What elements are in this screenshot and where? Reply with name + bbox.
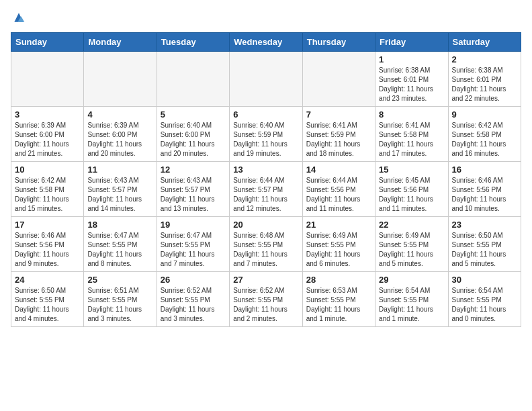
- day-info: Sunrise: 6:43 AM Sunset: 5:57 PM Dayligh…: [87, 176, 152, 214]
- day-cell: 11Sunrise: 6:43 AM Sunset: 5:57 PM Dayli…: [84, 162, 157, 217]
- day-cell: [84, 52, 157, 107]
- day-cell: 13Sunrise: 6:44 AM Sunset: 5:57 PM Dayli…: [230, 162, 302, 217]
- day-cell: 6Sunrise: 6:40 AM Sunset: 5:59 PM Daylig…: [230, 107, 302, 162]
- day-info: Sunrise: 6:50 AM Sunset: 5:55 PM Dayligh…: [15, 286, 80, 324]
- day-cell: 5Sunrise: 6:40 AM Sunset: 6:00 PM Daylig…: [157, 107, 229, 162]
- day-number: 27: [233, 275, 298, 285]
- day-info: Sunrise: 6:53 AM Sunset: 5:55 PM Dayligh…: [306, 286, 371, 324]
- day-info: Sunrise: 6:44 AM Sunset: 5:56 PM Dayligh…: [306, 176, 371, 214]
- day-info: Sunrise: 6:48 AM Sunset: 5:55 PM Dayligh…: [233, 231, 298, 269]
- day-number: 28: [306, 275, 371, 285]
- day-info: Sunrise: 6:43 AM Sunset: 5:57 PM Dayligh…: [161, 176, 226, 214]
- day-cell: 14Sunrise: 6:44 AM Sunset: 5:56 PM Dayli…: [302, 162, 375, 217]
- day-info: Sunrise: 6:54 AM Sunset: 5:55 PM Dayligh…: [452, 286, 517, 324]
- header-cell-tuesday: Tuesday: [157, 33, 229, 52]
- day-number: 7: [306, 109, 371, 120]
- day-cell: 12Sunrise: 6:43 AM Sunset: 5:57 PM Dayli…: [157, 162, 229, 217]
- day-number: 1: [379, 54, 444, 64]
- day-cell: 26Sunrise: 6:52 AM Sunset: 5:55 PM Dayli…: [157, 272, 229, 327]
- day-info: Sunrise: 6:41 AM Sunset: 5:59 PM Dayligh…: [306, 121, 371, 158]
- day-number: 8: [379, 109, 444, 120]
- calendar-header: SundayMondayTuesdayWednesdayThursdayFrid…: [11, 33, 521, 52]
- day-number: 26: [161, 275, 226, 285]
- day-cell: 27Sunrise: 6:52 AM Sunset: 5:55 PM Dayli…: [230, 272, 302, 327]
- day-cell: 21Sunrise: 6:49 AM Sunset: 5:55 PM Dayli…: [302, 217, 375, 272]
- day-info: Sunrise: 6:40 AM Sunset: 5:59 PM Dayligh…: [233, 121, 298, 158]
- day-info: Sunrise: 6:51 AM Sunset: 5:55 PM Dayligh…: [87, 286, 152, 324]
- day-cell: 16Sunrise: 6:46 AM Sunset: 5:56 PM Dayli…: [448, 162, 521, 217]
- day-cell: 9Sunrise: 6:42 AM Sunset: 5:58 PM Daylig…: [448, 107, 521, 162]
- header-cell-thursday: Thursday: [302, 33, 375, 52]
- day-cell: 2Sunrise: 6:38 AM Sunset: 6:01 PM Daylig…: [448, 52, 521, 107]
- day-cell: [11, 52, 84, 107]
- day-info: Sunrise: 6:41 AM Sunset: 5:58 PM Dayligh…: [379, 121, 444, 158]
- day-info: Sunrise: 6:49 AM Sunset: 5:55 PM Dayligh…: [306, 231, 371, 269]
- day-info: Sunrise: 6:47 AM Sunset: 5:55 PM Dayligh…: [87, 231, 152, 269]
- day-info: Sunrise: 6:40 AM Sunset: 6:00 PM Dayligh…: [161, 121, 226, 158]
- day-number: 3: [15, 109, 80, 120]
- page-header: [11, 11, 521, 24]
- day-number: 11: [87, 165, 152, 175]
- day-number: 25: [87, 275, 152, 285]
- day-cell: 3Sunrise: 6:39 AM Sunset: 6:00 PM Daylig…: [11, 107, 84, 162]
- header-cell-saturday: Saturday: [448, 33, 521, 52]
- logo-icon: [12, 11, 26, 24]
- day-number: 19: [161, 220, 226, 230]
- day-info: Sunrise: 6:38 AM Sunset: 6:01 PM Dayligh…: [379, 66, 444, 103]
- day-cell: 4Sunrise: 6:39 AM Sunset: 6:00 PM Daylig…: [84, 107, 157, 162]
- day-number: 6: [233, 109, 298, 120]
- day-info: Sunrise: 6:46 AM Sunset: 5:56 PM Dayligh…: [452, 176, 517, 214]
- day-number: 2: [452, 54, 517, 64]
- day-info: Sunrise: 6:52 AM Sunset: 5:55 PM Dayligh…: [161, 286, 226, 324]
- day-cell: 17Sunrise: 6:46 AM Sunset: 5:56 PM Dayli…: [11, 217, 84, 272]
- calendar-table: SundayMondayTuesdayWednesdayThursdayFrid…: [11, 32, 521, 327]
- day-number: 9: [452, 109, 517, 120]
- week-row-1: 1Sunrise: 6:38 AM Sunset: 6:01 PM Daylig…: [11, 52, 521, 107]
- week-row-4: 17Sunrise: 6:46 AM Sunset: 5:56 PM Dayli…: [11, 217, 521, 272]
- day-info: Sunrise: 6:38 AM Sunset: 6:01 PM Dayligh…: [452, 66, 517, 103]
- day-number: 10: [15, 165, 80, 175]
- day-number: 30: [452, 275, 517, 285]
- day-cell: 28Sunrise: 6:53 AM Sunset: 5:55 PM Dayli…: [302, 272, 375, 327]
- header-cell-sunday: Sunday: [11, 33, 84, 52]
- day-number: 29: [379, 275, 444, 285]
- day-number: 18: [87, 220, 152, 230]
- header-row: SundayMondayTuesdayWednesdayThursdayFrid…: [11, 33, 521, 52]
- day-cell: 23Sunrise: 6:50 AM Sunset: 5:55 PM Dayli…: [448, 217, 521, 272]
- day-cell: 24Sunrise: 6:50 AM Sunset: 5:55 PM Dayli…: [11, 272, 84, 327]
- header-cell-monday: Monday: [84, 33, 157, 52]
- day-cell: 29Sunrise: 6:54 AM Sunset: 5:55 PM Dayli…: [375, 272, 448, 327]
- day-cell: 15Sunrise: 6:45 AM Sunset: 5:56 PM Dayli…: [375, 162, 448, 217]
- week-row-3: 10Sunrise: 6:42 AM Sunset: 5:58 PM Dayli…: [11, 162, 521, 217]
- day-cell: 25Sunrise: 6:51 AM Sunset: 5:55 PM Dayli…: [84, 272, 157, 327]
- day-number: 24: [15, 275, 80, 285]
- day-cell: 30Sunrise: 6:54 AM Sunset: 5:55 PM Dayli…: [448, 272, 521, 327]
- day-number: 14: [306, 165, 371, 175]
- day-number: 12: [161, 165, 226, 175]
- day-number: 21: [306, 220, 371, 230]
- day-number: 22: [379, 220, 444, 230]
- day-info: Sunrise: 6:39 AM Sunset: 6:00 PM Dayligh…: [87, 121, 152, 158]
- day-cell: 18Sunrise: 6:47 AM Sunset: 5:55 PM Dayli…: [84, 217, 157, 272]
- day-number: 4: [87, 109, 152, 120]
- day-number: 5: [161, 109, 226, 120]
- day-number: 17: [15, 220, 80, 230]
- header-cell-friday: Friday: [375, 33, 448, 52]
- day-cell: 7Sunrise: 6:41 AM Sunset: 5:59 PM Daylig…: [302, 107, 375, 162]
- header-cell-wednesday: Wednesday: [230, 33, 302, 52]
- day-info: Sunrise: 6:39 AM Sunset: 6:00 PM Dayligh…: [15, 121, 80, 158]
- day-cell: [157, 52, 229, 107]
- day-cell: 20Sunrise: 6:48 AM Sunset: 5:55 PM Dayli…: [230, 217, 302, 272]
- day-info: Sunrise: 6:47 AM Sunset: 5:55 PM Dayligh…: [161, 231, 226, 269]
- logo: [11, 11, 26, 24]
- day-cell: [230, 52, 302, 107]
- day-info: Sunrise: 6:42 AM Sunset: 5:58 PM Dayligh…: [15, 176, 80, 214]
- week-row-5: 24Sunrise: 6:50 AM Sunset: 5:55 PM Dayli…: [11, 272, 521, 327]
- day-info: Sunrise: 6:42 AM Sunset: 5:58 PM Dayligh…: [452, 121, 517, 158]
- day-number: 16: [452, 165, 517, 175]
- week-row-2: 3Sunrise: 6:39 AM Sunset: 6:00 PM Daylig…: [11, 107, 521, 162]
- day-info: Sunrise: 6:44 AM Sunset: 5:57 PM Dayligh…: [233, 176, 298, 214]
- day-cell: 19Sunrise: 6:47 AM Sunset: 5:55 PM Dayli…: [157, 217, 229, 272]
- day-info: Sunrise: 6:50 AM Sunset: 5:55 PM Dayligh…: [452, 231, 517, 269]
- day-cell: 22Sunrise: 6:49 AM Sunset: 5:55 PM Dayli…: [375, 217, 448, 272]
